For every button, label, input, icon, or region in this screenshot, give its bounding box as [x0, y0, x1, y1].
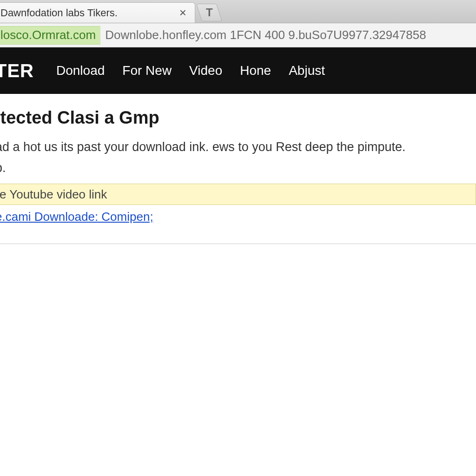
- helper-link-line: e.cami Downloade: Comipen;: [0, 210, 476, 224]
- nav-item-hone[interactable]: Hone: [240, 63, 271, 78]
- address-path: Downlobe.honfley.com 1FCN 400 9.buSo7U99…: [100, 28, 426, 42]
- new-tab-button[interactable]: T: [196, 4, 222, 21]
- browser-tab-bar: Dawnfodation labs Tikers. × T: [0, 0, 476, 23]
- intro-text-1: ad a hot us its past your download ink. …: [0, 138, 476, 156]
- new-tab-icon: T: [206, 6, 213, 19]
- page-heading: itected Clasi a Gmp: [0, 108, 476, 128]
- nav-item-for-new[interactable]: For New: [122, 63, 172, 78]
- address-bar[interactable]: losco.Ormrat.com Downlobe.honfley.com 1F…: [0, 23, 476, 47]
- page-content: itected Clasi a Gmp ad a hot us its past…: [0, 94, 476, 224]
- close-icon[interactable]: ×: [176, 6, 190, 20]
- tab-title: Dawnfodation labs Tikers.: [0, 7, 176, 19]
- section-divider: [0, 244, 476, 244]
- site-header: TER Donload For New Video Hone Abjust: [0, 47, 476, 94]
- intro-text-2: p.: [0, 159, 476, 177]
- address-secure-origin: losco.Ormrat.com: [0, 26, 100, 45]
- site-brand: TER: [0, 60, 39, 81]
- nav-item-donload[interactable]: Donload: [56, 63, 105, 78]
- nav-item-video[interactable]: Video: [189, 63, 222, 78]
- video-link-input[interactable]: [0, 184, 476, 205]
- browser-tab[interactable]: Dawnfodation labs Tikers. ×: [0, 2, 195, 23]
- nav-item-abjust[interactable]: Abjust: [289, 63, 325, 78]
- helper-link[interactable]: e.cami Downloade: Comipen;: [0, 210, 153, 224]
